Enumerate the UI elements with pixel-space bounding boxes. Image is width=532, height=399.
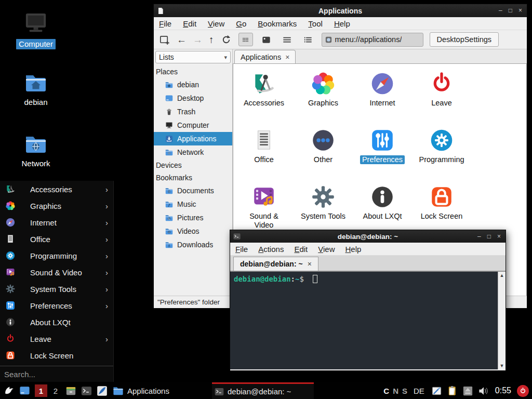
folder-item-system-tools[interactable]: System Tools — [294, 181, 353, 238]
up-icon[interactable]: ↑ — [209, 34, 214, 46]
menu-item-programming[interactable]: Programming › — [0, 247, 113, 264]
workspace-1-button[interactable]: 1 — [35, 384, 47, 397]
folder-item-sound-video[interactable]: Sound & Video — [234, 181, 294, 238]
close-button[interactable]: × — [518, 4, 522, 17]
menu-file[interactable]: File — [235, 245, 248, 254]
removable-media-icon[interactable] — [462, 385, 474, 397]
menu-bookmarks[interactable]: Bookmarks — [258, 19, 297, 28]
menu-help[interactable]: Help — [345, 245, 362, 254]
folder-item-preferences[interactable]: Preferences — [353, 125, 412, 181]
capslock-indicator[interactable]: C — [383, 387, 389, 395]
task-button-terminal[interactable]: debian@debian: ~ — [212, 382, 314, 399]
workspace-2-button[interactable]: 2 — [51, 387, 60, 395]
folder-item-other[interactable]: Other — [294, 125, 353, 181]
folder-item-office[interactable]: Office — [234, 125, 294, 181]
numlock-indicator[interactable]: N — [393, 387, 398, 395]
task-button-applications[interactable]: Applications — [110, 382, 212, 399]
desktop-icon-network[interactable]: Network — [11, 132, 61, 169]
desktop-icon-debian[interactable]: debian — [11, 71, 61, 108]
folder-item-about-lxqt[interactable]: About LXQt — [353, 181, 412, 238]
maximize-button[interactable]: □ — [509, 4, 512, 17]
maximize-button[interactable]: □ — [487, 230, 491, 243]
keyboard-layout-indicator[interactable]: DE — [414, 387, 424, 395]
folder-item-internet[interactable]: Internet — [353, 68, 412, 125]
sidebar-item-videos[interactable]: Videos — [154, 224, 232, 238]
menu-item-system-tools[interactable]: System Tools › — [0, 281, 113, 297]
detailed-view-button[interactable] — [301, 33, 315, 46]
terminal-scrollbar[interactable]: ▲ ▼ — [498, 272, 506, 369]
info-icon — [5, 317, 16, 327]
sidebar-item-computer[interactable]: Computer — [154, 118, 232, 132]
menu-item-about-lxqt[interactable]: About LXQt — [0, 314, 113, 330]
shutdown-button[interactable] — [517, 385, 529, 397]
menu-edit[interactable]: Edit — [183, 19, 196, 28]
tab-close-icon[interactable]: × — [285, 53, 289, 61]
menu-help[interactable]: Help — [334, 19, 350, 28]
icon-view-button[interactable] — [238, 33, 253, 46]
scroll-down-icon[interactable]: ▼ — [500, 363, 504, 368]
sidebar-item-documents[interactable]: Documents — [154, 184, 232, 197]
folder-item-leave[interactable]: Leave — [412, 68, 471, 125]
compact-view-button[interactable] — [280, 33, 295, 46]
desktop-icon-computer[interactable]: Computer — [11, 9, 61, 49]
sidebar-item-debian[interactable]: debian — [154, 78, 232, 91]
sidebar-item-trash[interactable]: Trash — [154, 105, 232, 118]
menu-view[interactable]: View — [318, 245, 335, 254]
menu-view[interactable]: View — [208, 19, 224, 28]
terminal-titlebar[interactable]: debian@debian: ~ – □ × — [230, 230, 506, 243]
address-bar[interactable]: menu://applications/ — [322, 33, 423, 47]
sidebar-item-desktop[interactable]: Desktop — [154, 91, 232, 105]
power-icon — [429, 71, 455, 97]
new-tab-icon[interactable] — [158, 34, 170, 46]
menu-actions[interactable]: Actions — [258, 245, 284, 254]
main-menu-button[interactable] — [3, 385, 15, 397]
menu-file[interactable]: File — [159, 19, 171, 28]
scroll-up-icon[interactable]: ▲ — [500, 273, 504, 278]
sidebar-mode-combo[interactable]: Lists ▾ — [155, 51, 231, 63]
terminal-screen[interactable]: debian@debian:~$ — [230, 272, 498, 369]
clock[interactable]: 0:55 — [495, 386, 511, 395]
file-manager-launcher[interactable] — [65, 385, 77, 397]
reload-icon[interactable] — [220, 34, 232, 46]
menu-tool[interactable]: Tool — [308, 19, 323, 28]
sidebar-item-downloads[interactable]: Downloads — [154, 238, 232, 251]
scrolllock-indicator[interactable]: S — [402, 387, 407, 395]
terminal-launcher[interactable] — [81, 385, 92, 397]
menu-item-sound-video[interactable]: Sound & Video › — [0, 264, 113, 281]
desktop-settings-button[interactable]: DesktopSettings — [430, 32, 499, 47]
show-desktop-button[interactable] — [19, 385, 31, 397]
search-input[interactable]: Search... — [0, 366, 113, 382]
menu-edit[interactable]: Edit — [294, 245, 308, 254]
close-button[interactable]: × — [497, 230, 501, 243]
sidebar-item-network[interactable]: Network — [154, 145, 232, 159]
clipboard-tray-icon[interactable] — [446, 385, 458, 397]
tab-close-icon[interactable]: × — [308, 260, 312, 268]
menu-item-leave[interactable]: Leave › — [0, 330, 113, 347]
folder-item-lock-screen[interactable]: Lock Screen — [412, 181, 471, 238]
menu-item-accessories[interactable]: Accessories › — [0, 181, 113, 197]
folder-item-accessories[interactable]: Accessories — [234, 68, 294, 125]
minimize-button[interactable]: – — [477, 230, 481, 243]
terminal-tab[interactable]: debian@debian: ~ × — [233, 257, 318, 271]
menu-item-graphics[interactable]: Graphics › — [0, 197, 113, 214]
minimize-button[interactable]: – — [499, 4, 502, 17]
menu-item-office[interactable]: Office › — [0, 231, 113, 247]
screenshot-tray-icon[interactable] — [431, 385, 443, 397]
tab-applications[interactable]: Applications × — [234, 50, 296, 63]
menu-go[interactable]: Go — [236, 19, 246, 28]
folder-item-graphics[interactable]: Graphics — [294, 68, 353, 125]
menu-item-preferences[interactable]: Preferences › — [0, 297, 113, 314]
menu-item-internet[interactable]: Internet › — [0, 214, 113, 231]
volume-icon[interactable] — [477, 385, 489, 397]
address-text: menu://applications/ — [335, 35, 402, 44]
thumbnail-view-button[interactable] — [259, 33, 274, 46]
featherpad-launcher[interactable] — [96, 385, 108, 397]
forward-icon[interactable]: → — [193, 34, 203, 46]
sidebar-item-pictures[interactable]: Pictures — [154, 211, 232, 224]
sidebar-item-music[interactable]: Music — [154, 197, 232, 211]
back-icon[interactable]: ← — [177, 34, 187, 46]
folder-item-programming[interactable]: Programming — [412, 125, 471, 181]
sidebar-item-applications[interactable]: Applications — [154, 132, 232, 145]
menu-item-lock-screen[interactable]: Lock Screen — [0, 347, 113, 364]
fm-titlebar[interactable]: Applications – □ × — [154, 4, 527, 17]
